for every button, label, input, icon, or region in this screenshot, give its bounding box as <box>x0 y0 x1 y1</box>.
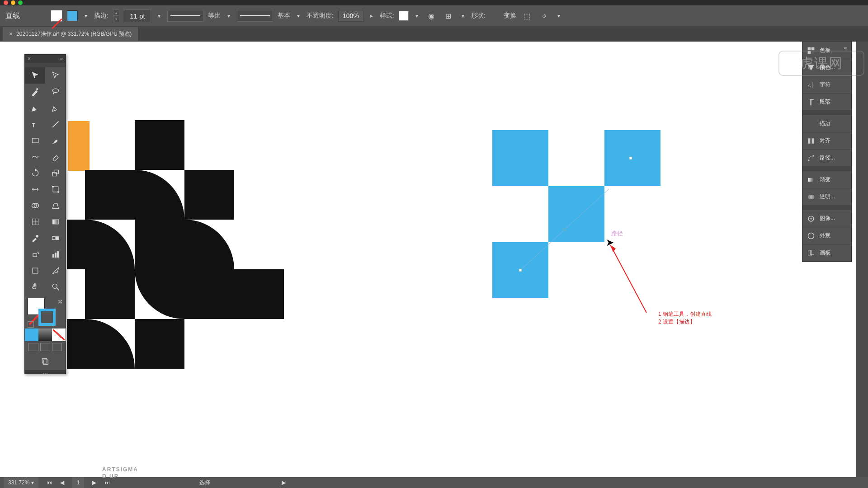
prefs-icon[interactable]: ⟐ <box>538 9 551 22</box>
rectangle-tool[interactable] <box>25 132 45 149</box>
tools-grip[interactable] <box>25 63 66 67</box>
stroke-swatch[interactable] <box>67 10 78 21</box>
transform-label: 变换 <box>504 12 516 20</box>
type-tool[interactable]: T <box>25 116 45 132</box>
close-dot[interactable] <box>4 0 8 5</box>
swatch-dropdown-icon[interactable]: ▾ <box>82 11 90 20</box>
default-fill-stroke-icon[interactable] <box>28 321 34 328</box>
pen-tool[interactable] <box>25 100 45 116</box>
lasso-tool[interactable] <box>45 84 66 100</box>
curvature-tool[interactable] <box>45 100 66 116</box>
panel-img[interactable]: 图像... <box>802 210 851 227</box>
panel-stroke[interactable]: 描边 <box>802 115 851 132</box>
opacity-input[interactable]: 100% <box>338 10 363 22</box>
screen-mode-button[interactable]: ⧉ <box>25 353 66 370</box>
panel-appear[interactable]: 外观 <box>802 227 851 244</box>
tools-panel-header[interactable]: × » <box>25 55 66 63</box>
panel-char[interactable]: A字符 <box>802 76 851 94</box>
tools-close-icon[interactable]: × <box>28 56 31 62</box>
free-transform-tool[interactable] <box>45 181 66 197</box>
nav-prev-icon[interactable]: ◀ <box>60 479 64 486</box>
direct-selection-tool[interactable] <box>45 67 66 84</box>
dash-dropdown-icon[interactable]: ▾ <box>225 11 232 20</box>
zoom-select[interactable]: 331.72% ▾ <box>4 477 38 488</box>
eraser-tool[interactable] <box>45 149 66 165</box>
selection-tool[interactable] <box>25 67 45 84</box>
shape-builder-tool[interactable] <box>25 197 45 214</box>
draw-inside-icon[interactable] <box>52 343 62 351</box>
appear-icon <box>807 232 815 240</box>
fill-stroke-control[interactable]: ⤭ <box>25 295 66 328</box>
swap-fill-stroke-icon[interactable]: ⤭ <box>57 298 63 305</box>
panel-grad[interactable]: 渐变 <box>802 171 851 188</box>
gradient-tool[interactable] <box>45 214 66 230</box>
tab-close-icon[interactable]: × <box>9 30 13 38</box>
isolate-icon[interactable]: ⬚ <box>521 9 533 22</box>
minimize-dot[interactable] <box>11 0 15 5</box>
status-mode-label: 选择 <box>199 479 210 487</box>
panel-trans[interactable]: 透明... <box>802 188 851 206</box>
align-icon[interactable]: ⊞ <box>442 9 455 22</box>
document-tab[interactable]: × 20201127操作.ai* @ 331.72% (RGB/GPU 预览) <box>3 27 138 41</box>
line-tool[interactable] <box>45 116 66 132</box>
align-dropdown-icon[interactable]: ▾ <box>459 11 467 20</box>
annotation-line-1: 1 钢笔工具，创建直线 <box>658 310 712 318</box>
stroke-weight-dropdown-icon[interactable]: ▾ <box>156 11 163 20</box>
maximize-dot[interactable] <box>18 0 23 5</box>
para-icon <box>807 98 815 106</box>
panel-separator <box>802 206 851 210</box>
scale-tool[interactable] <box>45 165 66 181</box>
style-dropdown-icon[interactable]: ▾ <box>413 11 420 20</box>
status-play-icon[interactable]: ▶ <box>282 479 286 486</box>
profile-label: 基本 <box>278 12 290 20</box>
panel-align[interactable]: 对齐 <box>802 132 851 150</box>
stroke-spinner[interactable]: ▴▾ <box>113 9 119 22</box>
svg-point-19 <box>57 191 59 192</box>
perspective-tool[interactable] <box>45 197 66 214</box>
canvas[interactable]: 路径 ➤ 1 钢笔工具，创建直线 2 设置【描边】 ARTSIGMA D UP <box>0 42 856 477</box>
rotate-tool[interactable] <box>25 165 45 181</box>
nav-first-icon[interactable]: ⏮ <box>47 479 52 486</box>
artboard-select[interactable]: 1 <box>72 477 85 488</box>
svg-line-8 <box>610 245 646 313</box>
magic-wand-tool[interactable] <box>25 84 45 100</box>
eyedropper-tool[interactable] <box>25 230 45 246</box>
nav-last-icon[interactable]: ⏭ <box>104 479 110 486</box>
svg-rect-15 <box>52 172 56 176</box>
panel-path[interactable]: 路径... <box>802 150 851 167</box>
fill-swatch[interactable] <box>51 10 62 22</box>
stroke-color-box[interactable] <box>38 309 56 326</box>
mesh-tool[interactable] <box>25 214 45 230</box>
stroke-dash-select[interactable] <box>167 10 203 22</box>
color-mode-gradient[interactable] <box>38 328 52 341</box>
draw-normal-icon[interactable] <box>28 343 38 351</box>
vertical-scrollbar[interactable] <box>856 42 868 477</box>
color-mode-solid[interactable] <box>25 328 38 341</box>
tools-edit-icon[interactable]: ⋯ <box>25 370 66 374</box>
draw-behind-icon[interactable] <box>40 343 50 351</box>
style-swatch[interactable] <box>399 11 409 21</box>
graph-tool[interactable] <box>45 246 66 263</box>
artboard-tool[interactable] <box>25 263 45 279</box>
panel-artb[interactable]: 画板 <box>802 244 851 262</box>
zoom-tool[interactable] <box>45 279 66 295</box>
hand-tool[interactable] <box>25 279 45 295</box>
color-mode-none[interactable] <box>52 328 66 341</box>
prefs-dropdown-icon[interactable]: ▾ <box>555 11 562 20</box>
recolor-icon[interactable]: ◉ <box>425 9 438 22</box>
panel-para[interactable]: 段落 <box>802 94 851 111</box>
stroke-profile-select[interactable] <box>237 10 273 22</box>
tab-title: 20201127操作.ai* @ 331.72% (RGB/GPU 预览) <box>16 30 132 38</box>
svg-rect-5 <box>519 269 522 272</box>
tools-menu-icon[interactable]: » <box>60 56 63 62</box>
shaper-tool[interactable] <box>25 149 45 165</box>
paintbrush-tool[interactable] <box>45 132 66 149</box>
slice-tool[interactable] <box>45 263 66 279</box>
symbol-sprayer-tool[interactable] <box>25 246 45 263</box>
profile-dropdown-icon[interactable]: ▾ <box>295 11 302 20</box>
opacity-dropdown-icon[interactable]: ▸ <box>368 11 375 20</box>
blend-tool[interactable] <box>45 230 66 246</box>
width-tool[interactable] <box>25 181 45 197</box>
nav-next-icon[interactable]: ▶ <box>92 479 96 486</box>
stroke-weight-input[interactable]: 11 pt <box>124 9 151 22</box>
